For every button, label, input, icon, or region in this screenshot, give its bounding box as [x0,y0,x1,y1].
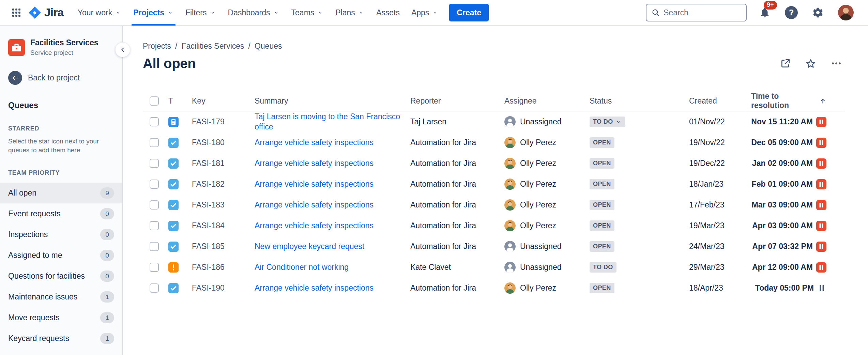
chevron-left-icon [119,46,126,53]
title-actions [777,55,845,72]
breadcrumb-queues[interactable]: Queues [255,42,282,51]
row-checkbox[interactable] [150,159,159,168]
column-header-key[interactable]: Key [192,96,255,106]
nav-item-dashboards[interactable]: Dashboards [222,0,286,26]
row-checkbox[interactable] [150,117,159,126]
sla-paused-dark-icon [817,283,826,293]
collapse-sidebar-button[interactable] [115,42,130,57]
status-badge[interactable]: OPEN [590,283,614,293]
assignee-avatar [504,241,516,252]
issue-reporter: Taj Larsen [410,117,504,126]
primary-nav: Your workProjectsFiltersDashboardsTeamsP… [72,0,445,26]
help-icon: ? [785,6,798,19]
issue-summary-link[interactable]: Taj Larsen is moving to the San Francisc… [255,112,410,132]
project-sidebar: Facilities Services Service project Back… [0,26,123,355]
settings-button[interactable] [810,5,826,20]
queue-item-assigned-to-me[interactable]: Assigned to me0 [0,245,122,266]
issue-summary-link[interactable]: Arrange vehicle safety inspections [255,283,374,293]
create-button[interactable]: Create [449,4,489,21]
issue-reporter: Automation for Jira [410,242,504,251]
task-type-icon [168,158,179,169]
row-checkbox[interactable] [150,180,159,189]
queue-item-inspections[interactable]: Inspections0 [0,224,122,245]
status-badge[interactable]: OPEN [590,158,614,169]
more-actions-button[interactable] [828,55,845,72]
notifications-button[interactable]: 9+ [757,5,773,20]
nav-item-plans[interactable]: Plans [330,0,370,26]
issue-summary-link[interactable]: New employee keycard request [255,242,364,252]
page-title: All open [143,56,196,71]
status-badge[interactable]: OPEN [590,220,614,231]
search-box[interactable] [646,4,747,21]
status-badge[interactable]: OPEN [590,137,614,148]
help-button[interactable]: ? [783,4,800,21]
queue-item-event-requests[interactable]: Event requests0 [0,203,122,224]
row-checkbox[interactable] [150,263,159,272]
column-header-assignee[interactable]: Assignee [504,96,590,106]
star-button[interactable] [803,55,819,72]
column-header-summary[interactable]: Summary [255,96,410,106]
nav-item-assets[interactable]: Assets [370,0,406,26]
issue-summary-link[interactable]: Arrange vehicle safety inspections [255,200,374,210]
app-grid-icon [11,7,22,18]
incident-type-icon [168,262,179,273]
app-switcher-button[interactable] [7,4,25,21]
nav-item-projects[interactable]: Projects [127,0,180,26]
column-header-status[interactable]: Status [590,96,689,106]
issue-summary-link[interactable]: Arrange vehicle safety inspections [255,138,374,148]
time-to-resolution-value: Dec 05 09:00 AM [751,138,813,147]
queue-item-keycard-requests[interactable]: Keycard requests1 [0,328,122,349]
column-header-type[interactable]: T [168,96,192,106]
status-badge[interactable]: TO DO [590,117,625,127]
profile-avatar[interactable] [836,3,856,22]
status-badge[interactable]: TO DO [590,262,616,273]
issue-summary-link[interactable]: Arrange vehicle safety inspections [255,221,374,231]
nav-item-filters[interactable]: Filters [180,0,222,26]
column-header-reporter[interactable]: Reporter [410,96,504,106]
assignee-avatar [504,282,516,294]
search-input[interactable] [664,8,741,17]
issue-summary-link[interactable]: Arrange vehicle safety inspections [255,158,374,169]
column-header-created[interactable]: Created [689,96,751,106]
sla-paused-red-icon [816,158,826,169]
queue-item-label: Assigned to me [8,251,62,260]
issue-summary-link[interactable]: Air Conditioner not working [255,262,349,273]
status-badge[interactable]: OPEN [590,179,614,189]
column-header-time-to-resolution[interactable]: Time to resolution [751,92,845,110]
issue-row-fasi-183: FASI-183Arrange vehicle safety inspectio… [143,195,845,215]
queue-item-questions-for-facilities[interactable]: Questions for facilities0 [0,266,122,287]
nav-item-teams[interactable]: Teams [286,0,330,26]
breadcrumb-projects[interactable]: Projects [143,42,171,51]
status-badge[interactable]: OPEN [590,200,614,210]
queue-item-all-open[interactable]: All open9 [0,183,122,203]
breadcrumb-facilities-services[interactable]: Facilities Services [181,42,244,51]
row-checkbox[interactable] [150,242,159,251]
nav-item-apps[interactable]: Apps [406,0,444,26]
task-type-icon [168,283,179,293]
assignee-name: Olly Perez [520,159,556,168]
queue-item-count: 1 [100,312,114,323]
status-badge[interactable]: OPEN [590,241,614,252]
back-to-project[interactable]: Back to project [0,71,122,85]
row-checkbox[interactable] [150,200,159,210]
export-button[interactable] [777,55,794,72]
request-type-icon [168,117,179,127]
issue-summary-link[interactable]: Arrange vehicle safety inspections [255,179,374,189]
queue-item-move-requests[interactable]: Move requests1 [0,307,122,328]
select-all-checkbox[interactable] [150,96,159,106]
queue-item-label: Questions for facilities [8,272,85,281]
jira-logo-text: Jira [44,6,64,19]
row-checkbox[interactable] [150,221,159,230]
queue-item-count: 1 [100,333,114,344]
row-checkbox[interactable] [150,283,159,293]
user-avatar-image [838,5,854,20]
project-header: Facilities Services Service project [0,38,122,57]
row-checkbox[interactable] [150,138,159,147]
team-priority-heading: TEAM PRIORITY [8,169,114,176]
nav-item-your-work[interactable]: Your work [72,0,127,26]
time-to-resolution-value: Nov 15 11:20 AM [751,117,813,126]
queue-item-maintenance-issues[interactable]: Maintenance issues1 [0,287,122,307]
jira-logo[interactable]: Jira [27,6,67,19]
issue-key: FASI-182 [192,180,255,189]
export-icon [780,58,791,69]
